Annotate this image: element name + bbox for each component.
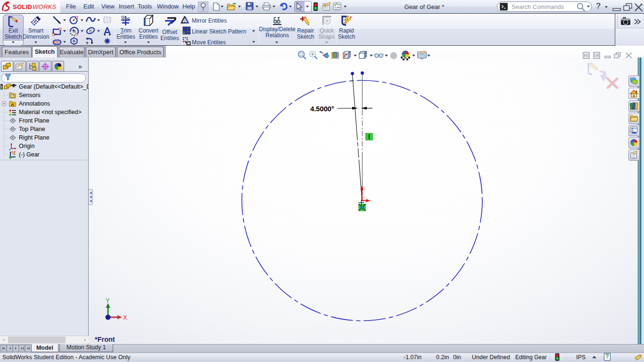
svg-text:Annotations: Annotations xyxy=(19,100,50,107)
svg-text:Material <not specified>: Material <not specified> xyxy=(19,109,82,115)
svg-text:Sensors: Sensors xyxy=(19,92,41,99)
svg-text:Origin: Origin xyxy=(19,143,34,149)
svg-text:*Front: *Front xyxy=(95,336,115,343)
svg-text:A: A xyxy=(11,102,14,107)
svg-text:WORKS: WORKS xyxy=(33,3,56,10)
svg-text:4.5000°: 4.5000° xyxy=(310,105,334,113)
svg-text:Gear (Default<<Default>_D: Gear (Default<<Default>_D xyxy=(19,83,89,90)
svg-text:(-) Gear: (-) Gear xyxy=(19,151,40,158)
svg-text:Top Plane: Top Plane xyxy=(19,126,45,132)
svg-text:Right Plane: Right Plane xyxy=(19,134,50,141)
svg-text:Y: Y xyxy=(106,297,110,304)
svg-text:SOLID: SOLID xyxy=(13,3,32,10)
svg-text:X: X xyxy=(123,314,127,321)
svg-text:Front Plane: Front Plane xyxy=(19,117,50,124)
